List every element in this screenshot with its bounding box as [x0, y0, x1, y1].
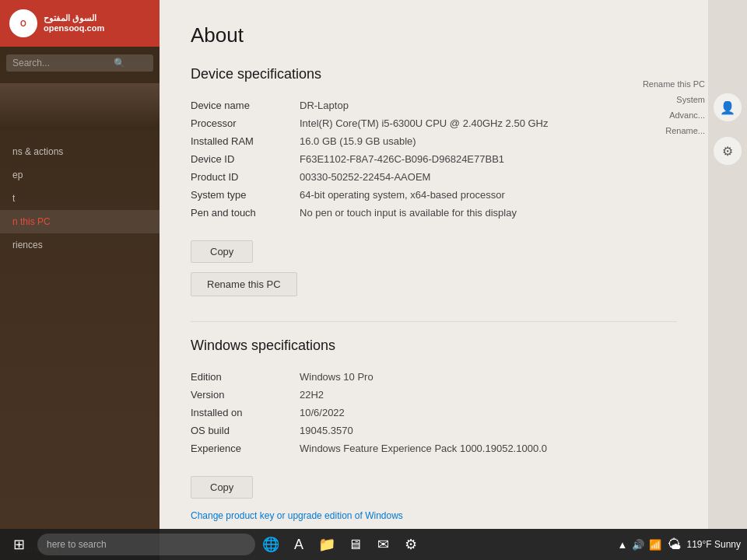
taskbar-sys-icons: ▲ 🔊 📶 — [618, 539, 662, 551]
taskbar-volume-icon[interactable]: 🔊 — [632, 539, 644, 551]
table-row: Installed on 10/6/2022 — [191, 404, 677, 422]
spec-label: System type — [191, 189, 300, 201]
sidebar-item-label: ns & actions — [12, 146, 63, 157]
spec-label: Edition — [191, 371, 300, 383]
table-row: Device name DR-Laptop — [191, 96, 677, 114]
table-row: Edition Windows 10 Pro — [191, 368, 677, 386]
spec-label: Installed RAM — [191, 135, 300, 147]
sidebar-logo: O السوق المفتوح opensooq.com — [0, 0, 160, 47]
spec-label: Experience — [191, 443, 300, 454]
device-specs-table: Device name DR-Laptop Processor Intel(R)… — [191, 96, 677, 222]
table-row: Device ID F63E1102-F8A7-426C-B096-D96824… — [191, 150, 677, 168]
spec-value: 22H2 — [300, 389, 677, 401]
table-row: Installed RAM 16.0 GB (15.9 GB usable) — [191, 132, 677, 150]
taskbar-network-icon[interactable]: 📶 — [649, 539, 661, 551]
taskbar-search-text: here to search — [47, 539, 107, 550]
spec-label: Version — [191, 389, 300, 401]
windows-specs-table: Edition Windows 10 Pro Version 22H2 Inst… — [191, 368, 677, 457]
sidebar-item-label: riences — [12, 240, 43, 250]
spec-label: Installed on — [191, 407, 300, 418]
logo-text: السوق المفتوح opensooq.com — [44, 13, 104, 33]
spec-label: Processor — [191, 117, 300, 129]
right-label-rename2: Rename... — [615, 124, 708, 137]
taskbar-icon-mail[interactable]: ✉ — [370, 532, 395, 557]
sidebar-search-bar[interactable]: 🔍 — [6, 54, 153, 72]
logo-text-line1: السوق المفتوح — [44, 13, 96, 23]
spec-value: No pen or touch input is available for t… — [300, 207, 677, 219]
sidebar-item-pc[interactable]: n this PC — [0, 210, 160, 233]
taskbar-search[interactable]: here to search — [37, 534, 255, 555]
taskbar-icon-settings[interactable]: ⚙ — [398, 532, 423, 557]
table-row: Version 22H2 — [191, 386, 677, 404]
search-input[interactable] — [12, 58, 114, 68]
table-row: OS build 19045.3570 — [191, 422, 677, 439]
start-button[interactable]: ⊞ — [6, 532, 31, 557]
spec-value: Windows Feature Experience Pack 1000.190… — [300, 443, 677, 454]
spec-value: 64-bit operating system, x64-based proce… — [300, 189, 677, 201]
table-row: Pen and touch No pen or touch input is a… — [191, 204, 677, 222]
search-icon: 🔍 — [114, 58, 125, 68]
sidebar-item-actions[interactable]: ns & actions — [0, 140, 160, 163]
taskbar-icon-office[interactable]: A — [286, 532, 311, 557]
sidebar: O السوق المفتوح opensooq.com 🔍 ns & acti… — [0, 0, 160, 560]
copy-windows-specs-button[interactable]: Copy — [191, 476, 253, 499]
right-labels: Rename this PC System Advanc... Rename..… — [615, 78, 708, 137]
spec-value: F63E1102-F8A7-426C-B096-D96824E77BB1 — [300, 153, 677, 165]
sidebar-item-label: ep — [12, 170, 23, 180]
right-icon-1[interactable]: 👤 — [714, 93, 742, 121]
taskbar: ⊞ here to search 🌐 A 📁 🖥 ✉ ⚙ ▲ 🔊 📶 🌤 119… — [0, 529, 747, 560]
device-specs-title: Device specifications — [191, 66, 677, 82]
taskbar-up-arrow-icon[interactable]: ▲ — [618, 539, 628, 551]
change-product-key-link[interactable]: Change product key or upgrade edition of… — [191, 510, 403, 521]
weather-text: 119°F Sunny — [686, 539, 741, 550]
right-icon-2[interactable]: ⚙ — [714, 137, 742, 165]
spec-value: 19045.3570 — [300, 425, 677, 436]
taskbar-icon-browser[interactable]: 🌐 — [258, 532, 283, 557]
taskbar-right: ▲ 🔊 📶 🌤 119°F Sunny — [618, 537, 741, 553]
sidebar-item-label: t — [12, 193, 15, 204]
page-title: About — [191, 23, 677, 47]
logo-icon: O — [9, 9, 37, 37]
table-row: System type 64-bit operating system, x64… — [191, 186, 677, 204]
right-icon-bar: 👤 ⚙ — [708, 0, 747, 529]
spec-value: 16.0 GB (15.9 GB usable) — [300, 135, 677, 147]
table-row: Experience Windows Feature Experience Pa… — [191, 439, 677, 457]
sidebar-image — [0, 83, 160, 130]
spec-label: Pen and touch — [191, 207, 300, 219]
sidebar-item-experiences[interactable]: riences — [0, 233, 160, 257]
logo-text-line2: opensooq.com — [44, 23, 104, 33]
spec-label: OS build — [191, 425, 300, 436]
spec-label: Product ID — [191, 171, 300, 183]
spec-value: 00330-50252-22454-AAOEM — [300, 171, 677, 183]
taskbar-weather[interactable]: 🌤 119°F Sunny — [668, 537, 741, 553]
weather-icon: 🌤 — [668, 537, 682, 553]
sidebar-item-ep[interactable]: ep — [0, 163, 160, 187]
table-row: Product ID 00330-50252-22454-AAOEM — [191, 168, 677, 186]
right-label-system: System — [615, 93, 708, 106]
windows-specs-title: Windows specifications — [191, 338, 677, 354]
right-label-rename: Rename this PC — [615, 78, 708, 90]
table-row: Processor Intel(R) Core(TM) i5-6300U CPU… — [191, 114, 677, 132]
spec-value: 10/6/2022 — [300, 407, 677, 418]
right-label-advanced: Advanc... — [615, 109, 708, 121]
divider — [191, 321, 677, 322]
taskbar-icon-store[interactable]: 🖥 — [342, 532, 367, 557]
sidebar-nav: ns & actions ep t n this PC riences — [0, 134, 160, 539]
rename-pc-button[interactable]: Rename this PC — [191, 272, 297, 296]
spec-value: Windows 10 Pro — [300, 371, 677, 383]
taskbar-icon-files[interactable]: 📁 — [314, 532, 339, 557]
sidebar-item-t[interactable]: t — [0, 187, 160, 210]
spec-label: Device ID — [191, 153, 300, 165]
copy-device-specs-button[interactable]: Copy — [191, 240, 253, 263]
sidebar-item-label: n this PC — [12, 216, 51, 227]
spec-label: Device name — [191, 100, 300, 111]
